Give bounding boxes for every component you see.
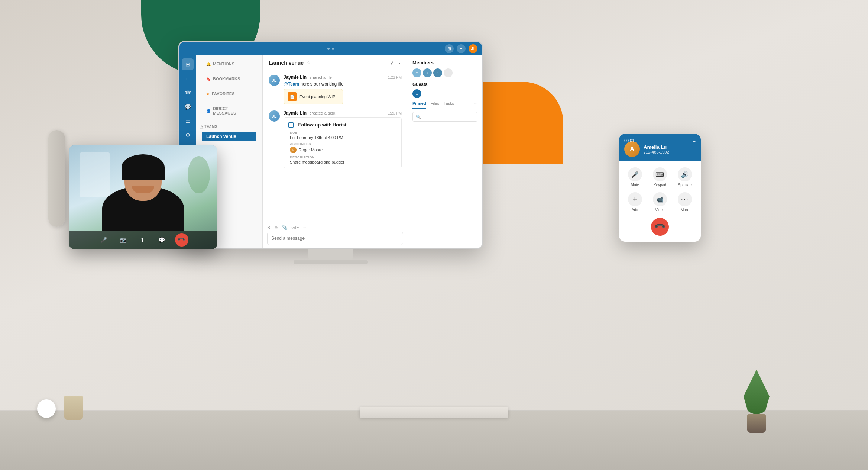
more-icon: ···: [678, 192, 692, 206]
task-description-label: DESCRIPTION: [290, 155, 397, 159]
assignee-avatar: R: [290, 147, 297, 153]
attach-icon[interactable]: 📎: [282, 225, 288, 230]
desk-top: [0, 411, 868, 470]
message-2-content: Jaymie Lin created a task 1:26 PM Follow…: [284, 110, 402, 168]
video-camera-btn[interactable]: 📷: [117, 234, 129, 246]
channel-favorites[interactable]: ★ FAVORITES: [202, 89, 256, 98]
message-2-time: 1:26 PM: [388, 111, 402, 115]
monitor-screen: ⊞ + JL ⊟ ▭ ☎ 💬 ☰ ⚙ ···: [178, 41, 483, 249]
gif-icon[interactable]: GIF: [291, 225, 299, 230]
message-2-header: Jaymie Lin created a task 1:26 PM: [284, 110, 402, 116]
lamp-cylinder: [48, 130, 65, 227]
user-avatar-titlebar[interactable]: JL: [469, 44, 477, 53]
keyboard-keys: [360, 407, 508, 410]
phone-add-btn[interactable]: + Add: [625, 192, 645, 212]
sidebar-video-icon[interactable]: ▭: [182, 73, 194, 84]
message-2-sender: Jaymie Lin: [284, 110, 307, 116]
phone-end-call-btn[interactable]: 📞: [647, 214, 673, 239]
video-mic-btn[interactable]: 🎤: [98, 234, 110, 246]
add-call-icon: +: [628, 192, 642, 206]
person-shoulders: [102, 186, 184, 231]
task-title: Follow up with florist: [298, 122, 346, 128]
keypad-icon: ⌨: [653, 167, 667, 181]
channel-direct-messages[interactable]: 👤 DIRECT MESSAGES: [202, 104, 256, 118]
chat-header: Launch venue ☆ ⤢ ···: [263, 55, 408, 70]
grid-icon[interactable]: ⊞: [445, 44, 454, 53]
phone-minimize-btn[interactable]: −: [693, 138, 696, 144]
task-checkbox[interactable]: [288, 122, 294, 128]
add-member-btn[interactable]: +: [444, 68, 453, 77]
phone-video-btn[interactable]: 📹 Video: [650, 192, 670, 212]
message-1-body: here's our working file: [301, 81, 344, 87]
message-2-avatar: JL: [269, 110, 280, 122]
phone-end-call-area: 📞: [619, 218, 701, 242]
message-2-action: created a task: [310, 111, 335, 115]
speaker-icon: 🔊: [678, 167, 692, 181]
video-share-btn[interactable]: ⬆: [136, 234, 148, 246]
file-attachment[interactable]: 📄 Event planning WIP: [284, 89, 343, 104]
bold-icon[interactable]: B: [267, 225, 270, 230]
caller-number: 712-483-1902: [644, 150, 696, 154]
chat-toolbar: B ☺ 📎 GIF ···: [267, 223, 403, 232]
phone-speaker-btn[interactable]: 🔊 Speaker: [675, 167, 695, 187]
favorite-star-icon[interactable]: ☆: [307, 60, 311, 65]
person-face: [124, 160, 162, 201]
mention-tag: @Team: [284, 81, 299, 87]
mentions-label: MENTIONS: [213, 62, 234, 66]
caller-avatar: A: [624, 141, 640, 157]
video-call-icon: 📹: [653, 192, 667, 206]
phone-keypad-btn[interactable]: ⌨ Keypad: [650, 167, 670, 187]
tab-files[interactable]: Files: [431, 101, 439, 109]
task-assignee: R Roger Moore: [290, 147, 397, 153]
channel-bookmarks[interactable]: 🔖 BOOKMARKS: [202, 74, 256, 83]
more-options-icon[interactable]: ···: [397, 60, 402, 66]
video-label: Video: [655, 208, 664, 212]
channel-launch-venue[interactable]: Launch venue: [202, 132, 256, 141]
monitor-stand: [308, 249, 353, 260]
message-1-text: @Team here's our working file: [284, 81, 402, 87]
sidebar-menu-icon[interactable]: ☰: [182, 115, 194, 127]
message-1: JL Jaymie Lin shared a file 1:22 PM @Tea…: [269, 75, 402, 104]
app-titlebar: ⊞ + JL: [179, 42, 482, 55]
direct-messages-label: DIRECT MESSAGES: [213, 106, 252, 115]
cylinder-lamp: [48, 130, 65, 227]
bookmarks-label: BOOKMARKS: [213, 77, 240, 81]
right-panel: Members M J K + Guests G Pinned Files Ta…: [408, 55, 482, 248]
sidebar-chat-icon[interactable]: 💬: [182, 101, 194, 113]
caller-info-row: A Amelia Lu 712-483-1902: [624, 138, 696, 157]
message-2: JL Jaymie Lin created a task 1:26 PM: [269, 110, 402, 168]
more-toolbar-icon[interactable]: ···: [302, 225, 306, 230]
message-1-action: shared a file: [310, 75, 332, 80]
video-controls-bar: 🎤 📷 ⬆ 💬 📞: [69, 231, 217, 249]
phone-more-btn[interactable]: ··· More: [675, 192, 695, 212]
video-end-call-btn[interactable]: 📞: [172, 231, 191, 249]
chat-title: Launch venue: [269, 60, 304, 66]
sidebar-settings-icon[interactable]: ⚙: [182, 129, 194, 141]
channel-mentions[interactable]: 🔔 MENTIONS: [202, 59, 256, 68]
emoji-icon[interactable]: ☺: [274, 225, 278, 230]
chat-messages: JL Jaymie Lin shared a file 1:22 PM @Tea…: [263, 70, 408, 220]
panel-search-input[interactable]: [412, 112, 477, 122]
panel-tabs: Pinned Files Tasks ···: [412, 101, 477, 109]
phone-mute-btn[interactable]: 🎤 Mute: [625, 167, 645, 187]
chat-input-field[interactable]: [267, 232, 403, 245]
sidebar-phone-icon[interactable]: ☎: [182, 87, 194, 99]
tab-tasks[interactable]: Tasks: [444, 101, 454, 109]
add-icon[interactable]: +: [457, 44, 466, 53]
tab-pinned[interactable]: Pinned: [412, 101, 426, 109]
message-1-sender: Jaymie Lin: [284, 75, 307, 80]
sidebar-home-icon[interactable]: ⊟: [182, 58, 194, 70]
video-chat-btn[interactable]: 💬: [156, 234, 168, 246]
task-assignees-label: ASSIGNEES: [290, 142, 397, 146]
keyboard: [360, 407, 508, 418]
panel-more-icon[interactable]: ···: [474, 101, 477, 109]
message-1-time: 1:22 PM: [388, 75, 402, 80]
expand-icon[interactable]: ⤢: [390, 60, 394, 66]
file-icon: 📄: [288, 92, 297, 101]
teams-section-header: △ TEAMS: [200, 123, 258, 130]
channel-section-direct: 👤 DIRECT MESSAGES: [196, 100, 262, 119]
mute-label: Mute: [631, 183, 639, 187]
task-due-label: DUE: [290, 131, 397, 135]
desktop-monitor: ⊞ + JL ⊟ ▭ ☎ 💬 ☰ ⚙ ···: [178, 41, 483, 271]
video-call-widget: 🎤 📷 ⬆ 💬 📞: [69, 145, 217, 249]
